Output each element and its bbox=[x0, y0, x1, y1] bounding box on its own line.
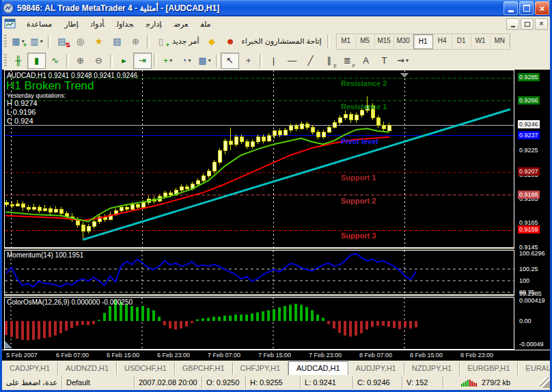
zoom-in-button[interactable]: ⊕ bbox=[71, 53, 89, 69]
menu-item[interactable]: إدارج bbox=[139, 18, 167, 30]
market-watch-button[interactable]: ▤⇅ bbox=[53, 33, 71, 50]
minimize-icon bbox=[508, 10, 514, 12]
fibonacci-icon: ≣ bbox=[344, 56, 351, 65]
price-axis[interactable]: 0.92250.92050.91850.91650.91450.92850.92… bbox=[516, 70, 550, 350]
status-bar: عدة، اضغط على Default 2007.02.08 20:00 O… bbox=[2, 375, 550, 390]
time-axis-label: 6 Feb 07:00 bbox=[56, 352, 89, 359]
new-order-button-label[interactable]: أمر جديد bbox=[172, 37, 199, 46]
price-level-badge: 0.9285 bbox=[518, 73, 540, 81]
profiles-button[interactable]: ▥▾ bbox=[27, 33, 46, 50]
panel-splitter[interactable] bbox=[4, 248, 514, 249]
template-chart-icon: ▩ bbox=[198, 56, 206, 65]
chart-tab-eurgbp-h1[interactable]: EURGBP,H1 bbox=[460, 362, 518, 375]
momentum-title: Momentum(14) 100.1951 bbox=[7, 251, 83, 259]
bar-chart-button[interactable]: ╫ bbox=[9, 53, 27, 69]
navigator-button[interactable]: ★ bbox=[89, 33, 108, 50]
timeframe-w1-button[interactable]: W1 bbox=[471, 34, 491, 48]
line-chart-button[interactable]: ∿ bbox=[46, 53, 64, 69]
level-label: Support 1 bbox=[341, 173, 376, 182]
timeframe-d1-button[interactable]: D1 bbox=[452, 34, 471, 48]
menu-item[interactable]: جداول bbox=[111, 18, 140, 30]
text-icon: A bbox=[363, 56, 369, 65]
timeframe-m30-button[interactable]: M30 bbox=[394, 34, 413, 48]
enable-experts-button-label[interactable]: إتاحة المستشارون الخبراء bbox=[241, 37, 321, 46]
menu-item[interactable]: أدوات bbox=[85, 18, 111, 30]
restore-button[interactable] bbox=[519, 1, 534, 15]
osma-panel[interactable]: ColorOsMA(12,26,9) 0.000000 -0.000250 bbox=[4, 297, 514, 350]
chart-shift-button[interactable]: ⇥ bbox=[133, 53, 152, 69]
toolbar-grip[interactable] bbox=[3, 54, 7, 68]
horizontal-line-button[interactable]: — bbox=[283, 53, 301, 69]
data-window-button[interactable]: ◎ bbox=[71, 33, 89, 50]
chart-tab-euraud-[interactable]: EURAUD, bbox=[518, 362, 552, 375]
chart-tab-chfjpy-h1[interactable]: CHFJPY,H1 bbox=[233, 362, 288, 375]
templates-button[interactable]: ▩▾ bbox=[195, 53, 214, 69]
minimize-button[interactable] bbox=[503, 1, 518, 15]
expert-advisors-button[interactable]: ◆ bbox=[202, 33, 221, 50]
enable-experts-button[interactable]: ☻ bbox=[221, 33, 239, 50]
yesterday-low: L 0.9196 bbox=[7, 108, 36, 116]
timeframe-h1-button[interactable]: H1 bbox=[413, 34, 433, 49]
time-axis-label: 5 Feb 2007 bbox=[6, 352, 38, 359]
vertical-line-button[interactable]: | bbox=[264, 53, 283, 69]
chart-tab-usdchf-h1[interactable]: USDCHF,H1 bbox=[117, 362, 175, 375]
momentum-panel[interactable]: Momentum(14) 100.1951 bbox=[4, 250, 514, 295]
chart-tab-audcad-h1[interactable]: AUDCAD,H1 bbox=[288, 361, 348, 375]
text-button[interactable]: A bbox=[357, 53, 375, 69]
momentum-axis-label: 100.6296 bbox=[518, 249, 547, 257]
new-chart-button[interactable]: ▦+▾ bbox=[9, 33, 27, 50]
timeframe-h4-button[interactable]: H4 bbox=[433, 34, 452, 48]
chart-tab-gbpchf-h1[interactable]: GBPCHF,H1 bbox=[175, 362, 233, 375]
trendline-button[interactable]: ╱ bbox=[301, 53, 320, 69]
chart-tab-cadjpy-h1[interactable]: CADJPY,H1 bbox=[2, 362, 58, 375]
tester-magnifier-icon: ⊕ bbox=[132, 37, 139, 46]
timeframe-mn-button[interactable]: MN bbox=[491, 34, 510, 48]
new-order-button[interactable]: ▯+ bbox=[152, 33, 170, 50]
cursor-button[interactable]: ↖ bbox=[221, 53, 239, 69]
timeframe-m1-button[interactable]: M1 bbox=[337, 34, 356, 48]
text-label-icon: T bbox=[382, 56, 387, 65]
level-label: Support 3 bbox=[341, 232, 376, 240]
time-axis[interactable]: 5 Feb 20076 Feb 07:006 Feb 15:006 Feb 23… bbox=[2, 350, 550, 361]
time-axis-label: 8 Feb 15:00 bbox=[410, 352, 443, 359]
menu-item[interactable]: ملف bbox=[194, 18, 217, 30]
connection-bars-icon bbox=[461, 378, 478, 387]
terminal-button[interactable]: ▤ bbox=[108, 33, 126, 50]
close-button[interactable]: × bbox=[535, 1, 549, 15]
arrows-button[interactable]: ⇝▾ bbox=[394, 53, 412, 69]
channel-button[interactable]: ∥E bbox=[320, 53, 338, 69]
chart-tab-audnzd-h1[interactable]: AUDNZD,H1 bbox=[58, 362, 117, 375]
yesterday-close: C 0.924 bbox=[7, 117, 33, 125]
clock-icon: ◔ bbox=[182, 56, 187, 65]
strategy-tester-button[interactable]: ⊕ bbox=[126, 33, 145, 50]
menu-item[interactable]: إطار bbox=[58, 18, 85, 30]
mdi-minimize-button[interactable] bbox=[506, 18, 519, 30]
auto-scroll-button[interactable]: ▸ bbox=[115, 53, 133, 69]
osma-title: ColorOsMA(12,26,9) 0.000000 -0.000250 bbox=[7, 298, 133, 306]
child-window-icon[interactable] bbox=[4, 18, 16, 29]
crosshair-button[interactable]: + bbox=[239, 53, 258, 69]
timeframe-m15-button[interactable]: M15 bbox=[375, 34, 394, 48]
resize-grip[interactable] bbox=[540, 378, 550, 388]
panel-splitter[interactable] bbox=[4, 295, 514, 296]
mdi-restore-button[interactable] bbox=[521, 18, 534, 30]
candlestick-button[interactable]: ▮ bbox=[27, 53, 46, 69]
status-low: L: 0.9241 bbox=[301, 376, 353, 389]
time-axis-label: 6 Feb 15:00 bbox=[107, 352, 139, 359]
mdi-close-button[interactable]: × bbox=[535, 18, 548, 30]
timeframe-m5-button[interactable]: M5 bbox=[356, 34, 375, 48]
indicators-button[interactable]: +▾ bbox=[158, 53, 177, 69]
fibonacci-button[interactable]: ≣F bbox=[338, 53, 357, 69]
chart-tab-nzdjpy-h1[interactable]: NZDJPY,H1 bbox=[404, 362, 460, 375]
toolbar-grip[interactable] bbox=[3, 35, 7, 48]
status-profile[interactable]: Default bbox=[62, 376, 135, 389]
crosshair-icon: + bbox=[246, 56, 251, 65]
text-label-button[interactable]: T bbox=[375, 53, 394, 69]
menu-item[interactable]: عرض bbox=[168, 18, 195, 30]
chart-tab-audjpy-h1[interactable]: AUDJPY,H1 bbox=[348, 362, 404, 375]
zoom-out-button[interactable]: ⊖ bbox=[89, 53, 108, 69]
menu-item[interactable]: مساعدة bbox=[20, 18, 58, 30]
main-chart-panel[interactable]: AUDCAD,H1 0.9241 0.9248 0.9241 0.9246 H1… bbox=[4, 70, 514, 248]
status-high: H: 0.9255 bbox=[246, 376, 301, 389]
periods-button[interactable]: ◔▾ bbox=[177, 53, 195, 69]
